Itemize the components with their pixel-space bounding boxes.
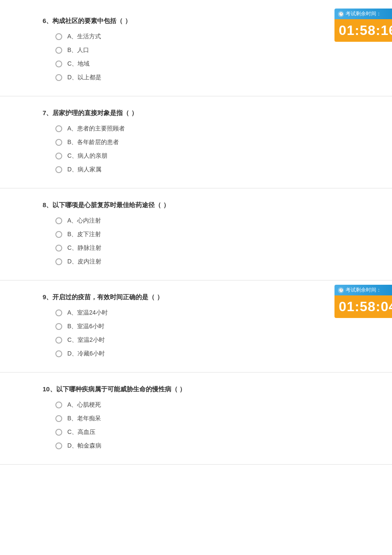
radio-circle[interactable] bbox=[55, 337, 62, 344]
question-block-8: 8、以下哪项是心脏复苏时最佳给药途径（ ） A、心内注射 B、皮下注射 C、静脉… bbox=[0, 193, 392, 280]
option-row-10-1[interactable]: B、老年痴呆 bbox=[43, 415, 358, 422]
timer-icon: 🕐 bbox=[338, 287, 344, 293]
option-row-6-2[interactable]: C、地域 bbox=[43, 60, 358, 68]
option-row-8-2[interactable]: C、静脉注射 bbox=[43, 244, 358, 252]
timer-icon: 🕐 bbox=[338, 11, 344, 17]
timer-widget-6: 🕐 考试剩余时间： 01:58:16 bbox=[334, 9, 392, 42]
option-text: C、高血压 bbox=[67, 428, 95, 436]
radio-circle[interactable] bbox=[55, 33, 62, 40]
option-text: A、患者的主要照顾者 bbox=[67, 125, 125, 133]
radio-circle[interactable] bbox=[55, 47, 62, 54]
option-text: B、室温6小时 bbox=[67, 323, 104, 330]
timer-label: 🕐 考试剩余时间： bbox=[334, 9, 392, 19]
radio-circle[interactable] bbox=[55, 231, 62, 238]
radio-circle[interactable] bbox=[55, 442, 62, 449]
option-row-7-2[interactable]: C、病人的亲朋 bbox=[43, 152, 358, 160]
option-text: B、各年龄层的患者 bbox=[67, 139, 119, 146]
radio-circle[interactable] bbox=[55, 217, 62, 224]
option-text: C、静脉注射 bbox=[67, 244, 101, 252]
question-block-6: 🕐 考试剩余时间： 01:58:16 6、构成社区的要素中包括（ ） A、生活方… bbox=[0, 9, 392, 96]
option-row-10-0[interactable]: A、心肌梗死 bbox=[43, 401, 358, 409]
option-row-7-3[interactable]: D、病人家属 bbox=[43, 166, 358, 173]
timer-label-text: 考试剩余时间： bbox=[346, 10, 381, 17]
timer-label: 🕐 考试剩余时间： bbox=[334, 285, 392, 295]
option-row-8-3[interactable]: D、皮内注射 bbox=[43, 258, 358, 266]
radio-circle[interactable] bbox=[55, 125, 62, 132]
option-row-8-0[interactable]: A、心内注射 bbox=[43, 217, 358, 225]
timer-widget-9: 🕐 考试剩余时间： 01:58:04 bbox=[334, 285, 392, 318]
option-row-7-0[interactable]: A、患者的主要照顾者 bbox=[43, 125, 358, 133]
radio-circle[interactable] bbox=[55, 139, 62, 146]
option-row-9-3[interactable]: D、冷藏6小时 bbox=[43, 350, 358, 358]
option-text: A、生活方式 bbox=[67, 33, 101, 40]
questions-area: 🕐 考试剩余时间： 01:58:16 6、构成社区的要素中包括（ ） A、生活方… bbox=[0, 9, 392, 465]
option-text: C、病人的亲朋 bbox=[67, 152, 107, 160]
option-text: C、地域 bbox=[67, 60, 89, 68]
option-text: A、心内注射 bbox=[67, 217, 101, 225]
option-row-6-1[interactable]: B、人口 bbox=[43, 46, 358, 54]
option-text: D、病人家属 bbox=[67, 166, 101, 173]
option-row-10-3[interactable]: D、帕金森病 bbox=[43, 442, 358, 450]
radio-circle[interactable] bbox=[55, 323, 62, 330]
option-row-10-2[interactable]: C、高血压 bbox=[43, 428, 358, 436]
radio-circle[interactable] bbox=[55, 415, 62, 422]
option-text: D、帕金森病 bbox=[67, 442, 101, 450]
question-title-7: 7、居家护理的直接对象是指（ ） bbox=[43, 109, 358, 117]
option-text: A、室温24小时 bbox=[67, 309, 108, 317]
option-row-7-1[interactable]: B、各年龄层的患者 bbox=[43, 139, 358, 146]
question-title-8: 8、以下哪项是心脏复苏时最佳给药途径（ ） bbox=[43, 201, 358, 209]
option-text: D、以上都是 bbox=[67, 74, 101, 81]
option-row-6-3[interactable]: D、以上都是 bbox=[43, 74, 358, 81]
question-title-6: 6、构成社区的要素中包括（ ） bbox=[43, 17, 358, 25]
radio-circle[interactable] bbox=[55, 429, 62, 436]
option-text: C、室温2小时 bbox=[67, 336, 105, 344]
question-title-9: 9、开启过的疫苗，有效时间正确的是（ ） bbox=[43, 293, 358, 301]
radio-circle[interactable] bbox=[55, 153, 62, 159]
option-text: D、皮内注射 bbox=[67, 258, 101, 266]
option-row-9-0[interactable]: A、室温24小时 bbox=[43, 309, 358, 317]
option-row-8-1[interactable]: B、皮下注射 bbox=[43, 231, 358, 238]
question-title-10: 10、以下哪种疾病属于可能威胁生命的慢性病（ ） bbox=[43, 385, 358, 393]
page: 🕐 考试剩余时间： 01:58:16 6、构成社区的要素中包括（ ） A、生活方… bbox=[0, 0, 392, 555]
question-block-7: 7、居家护理的直接对象是指（ ） A、患者的主要照顾者 B、各年龄层的患者 C、… bbox=[0, 101, 392, 188]
option-row-9-2[interactable]: C、室温2小时 bbox=[43, 336, 358, 344]
question-block-10: 10、以下哪种疾病属于可能威胁生命的慢性病（ ） A、心肌梗死 B、老年痴呆 C… bbox=[0, 377, 392, 465]
option-text: B、人口 bbox=[67, 46, 89, 54]
option-text: B、皮下注射 bbox=[67, 231, 101, 238]
timer-display: 01:58:16 bbox=[334, 19, 392, 42]
option-row-9-1[interactable]: B、室温6小时 bbox=[43, 323, 358, 330]
option-text: B、老年痴呆 bbox=[67, 415, 101, 422]
radio-circle[interactable] bbox=[55, 350, 62, 357]
timer-label-text: 考试剩余时间： bbox=[346, 286, 381, 294]
radio-circle[interactable] bbox=[55, 74, 62, 81]
radio-circle[interactable] bbox=[55, 245, 62, 251]
radio-circle[interactable] bbox=[55, 258, 62, 265]
option-row-6-0[interactable]: A、生活方式 bbox=[43, 33, 358, 40]
question-block-9: 🕐 考试剩余时间： 01:58:04 9、开启过的疫苗，有效时间正确的是（ ） … bbox=[0, 285, 392, 373]
timer-display: 01:58:04 bbox=[334, 295, 392, 318]
radio-circle[interactable] bbox=[55, 402, 62, 408]
radio-circle[interactable] bbox=[55, 309, 62, 316]
radio-circle[interactable] bbox=[55, 61, 62, 67]
option-text: D、冷藏6小时 bbox=[67, 350, 105, 358]
radio-circle[interactable] bbox=[55, 166, 62, 173]
option-text: A、心肌梗死 bbox=[67, 401, 101, 409]
